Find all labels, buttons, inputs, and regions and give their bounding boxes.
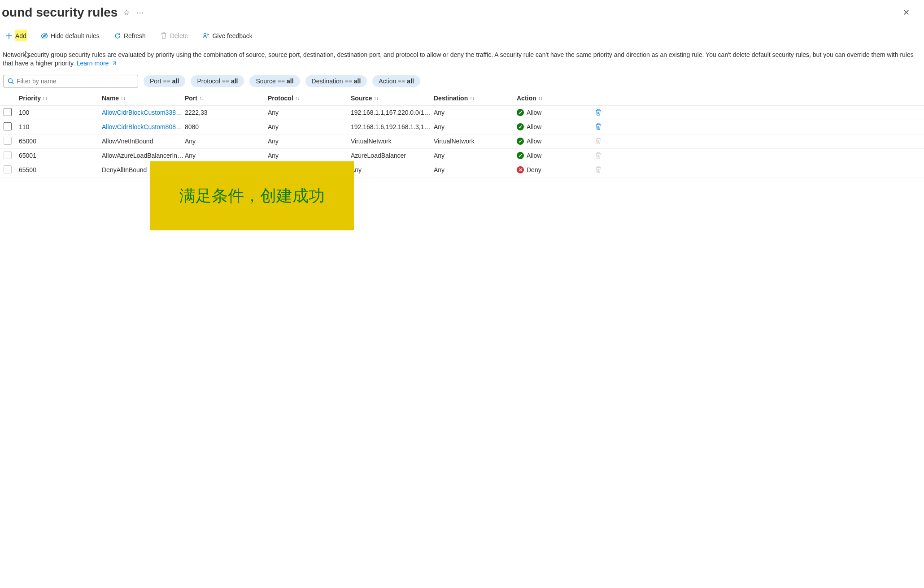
row-checkbox[interactable]: [4, 108, 12, 116]
col-checkbox: [4, 95, 19, 102]
add-button[interactable]: Add: [3, 30, 29, 41]
filter-input-field[interactable]: [17, 78, 134, 85]
feedback-icon: [202, 32, 209, 39]
cell-protocol: Any: [268, 123, 351, 130]
cell-name: AllowVnetInBound: [102, 138, 185, 145]
favorite-star-icon[interactable]: ☆: [123, 8, 130, 17]
search-icon: [8, 78, 14, 84]
filter-by-name-input[interactable]: [4, 75, 138, 87]
filter-pill[interactable]: Port == all: [144, 75, 185, 87]
cell-protocol: Any: [268, 109, 351, 116]
svg-point-3: [9, 78, 13, 82]
cell-source: 192.168.1.1,167.220.0.0/16,1…: [351, 109, 434, 116]
row-checkbox: [4, 137, 12, 145]
row-delete-icon: [595, 138, 613, 145]
cell-name[interactable]: AllowCidrBlockCustom3389I…: [102, 109, 185, 116]
cell-port: Any: [185, 152, 268, 159]
svg-point-2: [204, 34, 206, 36]
feedback-label: Give feedback: [212, 32, 253, 39]
col-protocol-header[interactable]: Protocol↑↓: [268, 95, 351, 102]
row-delete-icon[interactable]: [595, 109, 613, 116]
sort-icon: ↑↓: [538, 95, 543, 101]
filter-pill[interactable]: Action == all: [372, 75, 420, 87]
rules-table: Priority↑↓ Name↑↓ Port↑↓ Protocol↑↓ Sour…: [0, 92, 924, 177]
cell-action: ✓Allow: [517, 152, 595, 159]
sort-icon: ↑↓: [43, 95, 48, 101]
plus-icon: [5, 32, 13, 39]
col-name-header[interactable]: Name↑↓: [102, 95, 185, 102]
cell-protocol: Any: [268, 138, 351, 145]
add-label: Add: [15, 32, 26, 39]
sort-icon: ↑↓: [121, 95, 126, 101]
cell-action: ✓Allow: [517, 123, 595, 130]
refresh-label: Refresh: [124, 32, 146, 39]
sort-icon: ↑↓: [470, 95, 475, 101]
table-header-row: Priority↑↓ Name↑↓ Port↑↓ Protocol↑↓ Sour…: [0, 92, 924, 106]
check-circle-icon: ✓: [517, 123, 524, 130]
cell-name[interactable]: AllowCidrBlockCustom8080I…: [102, 123, 185, 130]
description-text: Network security group security rules ar…: [0, 46, 924, 73]
cell-priority: 65500: [19, 166, 102, 173]
cursor-pointer-icon: [23, 51, 31, 61]
cell-name: AllowAzureLoadBalancerInB…: [102, 152, 185, 159]
col-source-header[interactable]: Source↑↓: [351, 95, 434, 102]
col-action-header[interactable]: Action↑↓: [517, 95, 595, 102]
cell-action: ✓Allow: [517, 109, 595, 116]
trash-icon: [160, 32, 167, 39]
col-destination-header[interactable]: Destination↑↓: [434, 95, 517, 102]
col-priority-header[interactable]: Priority↑↓: [19, 95, 102, 102]
page-title: ound security rules: [2, 5, 118, 20]
row-checkbox[interactable]: [4, 122, 12, 130]
sort-icon: ↑↓: [295, 95, 300, 101]
hide-default-rules-button[interactable]: Hide default rules: [38, 30, 102, 41]
table-row: 65500DenyAllInBoundAnyAnyAnyAny✕Deny: [0, 163, 924, 177]
filter-pill[interactable]: Destination == all: [305, 75, 367, 87]
cell-priority: 100: [19, 109, 102, 116]
table-row: 65001AllowAzureLoadBalancerInB…AnyAnyAzu…: [0, 149, 924, 163]
row-checkbox: [4, 151, 12, 159]
more-options-icon[interactable]: ⋯: [136, 9, 144, 17]
check-circle-icon: ✓: [517, 152, 524, 159]
sort-icon: ↑↓: [374, 95, 379, 101]
eye-hide-icon: [41, 32, 48, 39]
refresh-icon: [114, 32, 121, 39]
cell-destination: Any: [434, 152, 517, 159]
cross-circle-icon: ✕: [517, 166, 524, 173]
cell-action: ✓Allow: [517, 138, 595, 145]
cell-source: AzureLoadBalancer: [351, 152, 434, 159]
cell-priority: 65001: [19, 152, 102, 159]
row-delete-icon[interactable]: [595, 123, 613, 130]
sort-icon: ↑↓: [199, 95, 204, 101]
cell-destination: VirtualNetwork: [434, 138, 517, 145]
delete-button: Delete: [157, 30, 191, 41]
filter-pill[interactable]: Source == all: [249, 75, 300, 87]
filter-row: Port == allProtocol == allSource == allD…: [0, 73, 924, 92]
success-overlay-annotation: 满足条件，创建成功: [150, 161, 354, 177]
svg-line-4: [12, 82, 14, 84]
learn-more-link[interactable]: Learn more: [77, 60, 117, 67]
col-delete: [595, 95, 613, 102]
table-row: 110AllowCidrBlockCustom8080I…8080Any192.…: [0, 120, 924, 134]
row-delete-icon: [595, 152, 613, 159]
cell-protocol: Any: [268, 152, 351, 159]
filter-pill[interactable]: Protocol == all: [191, 75, 244, 87]
page-header: ound security rules ☆ ⋯ ✕: [0, 0, 924, 22]
check-circle-icon: ✓: [517, 109, 524, 116]
close-icon[interactable]: ✕: [901, 6, 911, 19]
cell-action: ✕Deny: [517, 166, 595, 173]
cell-priority: 110: [19, 123, 102, 130]
refresh-button[interactable]: Refresh: [111, 30, 148, 41]
cell-destination: Any: [434, 166, 517, 173]
cell-destination: Any: [434, 109, 517, 116]
cell-port: Any: [185, 138, 268, 145]
col-port-header[interactable]: Port↑↓: [185, 95, 268, 102]
cell-priority: 65000: [19, 138, 102, 145]
give-feedback-button[interactable]: Give feedback: [200, 30, 255, 41]
row-checkbox: [4, 165, 12, 173]
cell-source: Any: [351, 166, 434, 173]
delete-label: Delete: [170, 32, 188, 39]
toolbar: Add Hide default rules Refresh Delete Gi…: [0, 26, 924, 46]
row-delete-icon: [595, 166, 613, 173]
table-row: 65000AllowVnetInBoundAnyAnyVirtualNetwor…: [0, 134, 924, 149]
hide-default-label: Hide default rules: [51, 32, 100, 39]
